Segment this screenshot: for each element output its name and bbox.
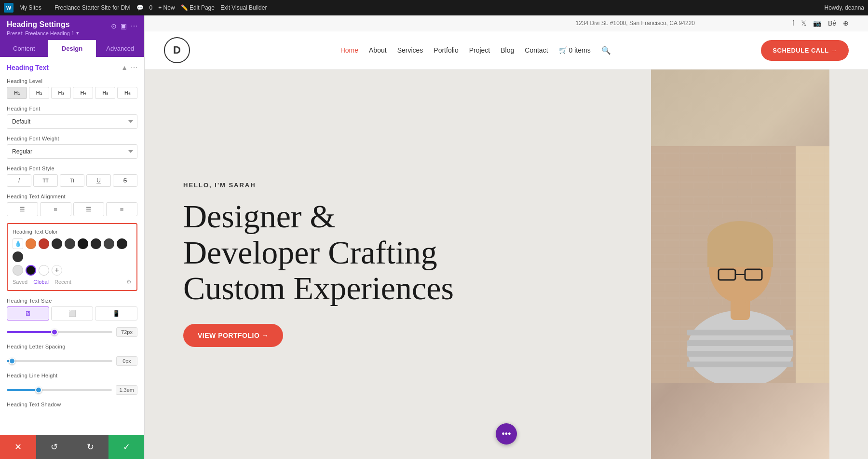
color-swatch-dark5[interactable] — [13, 251, 23, 262]
color-tab-global[interactable]: Global — [33, 279, 49, 285]
hero-image — [651, 70, 829, 459]
device-tablet[interactable]: ⬜ — [51, 306, 94, 320]
color-swatch-dark1[interactable] — [52, 238, 62, 249]
align-justify[interactable]: ≡ — [106, 202, 137, 216]
add-color-icon[interactable]: + — [52, 265, 62, 276]
color-swatch-light[interactable] — [13, 265, 23, 276]
heading-level-h4[interactable]: H₄ — [73, 87, 93, 99]
my-sites-link[interactable]: My Sites — [19, 4, 41, 11]
color-swatch-black[interactable] — [26, 265, 36, 276]
heading-level-h2[interactable]: H₂ — [29, 87, 49, 99]
tab-design[interactable]: Design — [48, 40, 96, 57]
heading-alignment-label: Heading Text Alignment — [7, 194, 137, 199]
preset-chevron[interactable]: ▾ — [76, 30, 79, 36]
heading-font-select[interactable]: Default — [7, 114, 137, 129]
color-swatch-med1[interactable] — [104, 238, 114, 249]
heading-text-shadow-label: Heading Text Shadow — [7, 402, 137, 407]
color-swatch-dark4[interactable] — [117, 238, 127, 249]
color-tab-saved[interactable]: Saved — [13, 279, 27, 285]
edit-page-link[interactable]: ✏️ Edit Page — [181, 4, 215, 11]
color-swatch-dark2[interactable] — [65, 238, 75, 249]
behance-icon[interactable]: Bé — [828, 19, 836, 27]
device-desktop[interactable]: 🖥 — [7, 306, 49, 320]
site-socials: f 𝕏 📷 Bé ⊕ — [792, 19, 849, 27]
line-height-track[interactable] — [7, 389, 112, 391]
wp-logo[interactable]: W — [4, 3, 14, 13]
color-section-label: Heading Text Color — [13, 229, 132, 235]
tab-advanced[interactable]: Advanced — [96, 40, 144, 57]
new-post-link[interactable]: + New — [158, 4, 175, 11]
nav-blog[interactable]: Blog — [501, 46, 514, 54]
cancel-button[interactable]: ✕ — [0, 435, 36, 459]
text-size-thumb[interactable] — [51, 329, 58, 335]
heading-alignment-row: Heading Text Alignment ☰ ≡ ☰ ≡ — [7, 194, 137, 216]
nav-project[interactable]: Project — [469, 46, 490, 54]
heading-level-buttons: H₁ H₂ H₃ H₄ H₅ H₆ — [7, 87, 137, 99]
align-right[interactable]: ☰ — [73, 202, 105, 216]
style-strikethrough[interactable]: S — [113, 174, 137, 187]
heading-font-style-row: Heading Font Style I TT Tt U S — [7, 166, 137, 187]
letter-spacing-thumb[interactable] — [9, 358, 15, 364]
color-settings-icon[interactable]: ⚙ — [126, 278, 132, 285]
letter-spacing-track[interactable] — [7, 360, 112, 362]
heading-font-weight-select[interactable]: Regular — [7, 144, 137, 159]
style-italic[interactable]: I — [7, 174, 31, 187]
color-swatch-white[interactable] — [39, 265, 49, 276]
color-tab-recent[interactable]: Recent — [54, 279, 71, 285]
nav-home[interactable]: Home — [340, 46, 358, 54]
instagram-icon[interactable]: 📷 — [813, 19, 821, 27]
search-icon[interactable]: 🔍 — [601, 46, 611, 55]
nav-services[interactable]: Services — [397, 46, 423, 54]
more-icon[interactable]: ⋯ — [131, 22, 137, 30]
section-more-icon[interactable]: ⋯ — [131, 64, 137, 71]
svg-rect-5 — [687, 351, 793, 357]
heading-level-h1[interactable]: H₁ — [7, 87, 27, 99]
schedule-call-button[interactable]: SCHEDULE CALL → — [761, 40, 849, 61]
site-name-link[interactable]: Freelance Starter Site for Divi — [54, 4, 130, 11]
settings-sidebar: Heading Settings Preset: Freelance Headi… — [0, 15, 145, 459]
line-height-thumb[interactable] — [35, 387, 42, 393]
line-height-value[interactable]: 1.3em — [116, 385, 137, 395]
heading-level-h6[interactable]: H₆ — [117, 87, 137, 99]
heading-level-h5[interactable]: H₅ — [95, 87, 115, 99]
color-swatch-darkest[interactable] — [78, 238, 88, 249]
twitter-icon[interactable]: 𝕏 — [801, 19, 806, 27]
dribbble-icon[interactable]: ⊕ — [843, 19, 849, 27]
undo-button[interactable]: ↺ — [36, 435, 72, 459]
align-buttons: ☰ ≡ ☰ ≡ — [7, 202, 137, 216]
heading-letter-spacing-slider: 0px — [7, 356, 137, 366]
nav-portfolio[interactable]: Portfolio — [434, 46, 458, 54]
letter-spacing-value[interactable]: 0px — [116, 356, 137, 366]
exit-builder-link[interactable]: Exit Visual Builder — [220, 4, 267, 11]
sidebar-header-left: Heading Settings Preset: Freelance Headi… — [7, 20, 79, 36]
facebook-icon[interactable]: f — [792, 19, 794, 27]
style-uppercase[interactable]: TT — [33, 174, 58, 187]
section-collapse-icon[interactable]: ▲ — [121, 64, 128, 71]
cart-link[interactable]: 🛒 0 items — [559, 46, 591, 54]
sidebar-content: Heading Text ▲ ⋯ Heading Level H₁ H₂ H₃ … — [0, 57, 144, 459]
line-height-fill — [7, 389, 39, 391]
heading-level-h3[interactable]: H₃ — [51, 87, 71, 99]
text-size-track[interactable] — [7, 331, 112, 333]
sidebar-header: Heading Settings Preset: Freelance Headi… — [0, 15, 144, 40]
save-button[interactable]: ✓ — [108, 435, 145, 459]
color-swatch-red[interactable] — [39, 238, 49, 249]
color-swatch-dark3[interactable] — [91, 238, 101, 249]
layout-icon[interactable]: ▣ — [121, 22, 127, 30]
color-swatch-orange[interactable] — [26, 238, 36, 249]
nav-about[interactable]: About — [369, 46, 387, 54]
visibility-icon[interactable]: ⊙ — [111, 22, 117, 30]
eyedropper-icon[interactable]: 💧 — [13, 238, 23, 249]
redo-button[interactable]: ↻ — [72, 435, 108, 459]
align-left[interactable]: ☰ — [7, 202, 38, 216]
view-portfolio-button[interactable]: VIEW PORTFOLIO → — [183, 324, 283, 347]
style-capitalize[interactable]: Tt — [60, 174, 84, 187]
style-underline[interactable]: U — [86, 174, 111, 187]
comments-icon[interactable]: 💬 — [136, 4, 144, 11]
nav-contact[interactable]: Contact — [525, 46, 548, 54]
tab-content[interactable]: Content — [0, 40, 48, 57]
floating-menu-button[interactable]: ••• — [496, 423, 517, 445]
align-center[interactable]: ≡ — [40, 202, 71, 216]
device-mobile[interactable]: 📱 — [95, 306, 137, 320]
text-size-value[interactable]: 72px — [116, 327, 137, 337]
